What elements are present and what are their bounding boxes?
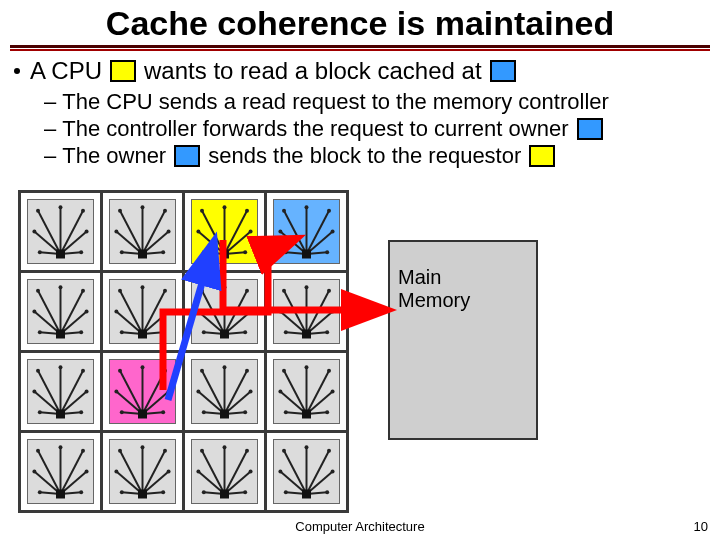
svg-point-163 [243, 410, 247, 414]
svg-point-193 [79, 490, 83, 494]
svg-point-65 [81, 289, 85, 293]
svg-line-182 [38, 451, 61, 494]
svg-point-11 [38, 250, 42, 254]
svg-point-238 [325, 490, 329, 494]
svg-line-47 [284, 211, 307, 254]
svg-point-54 [331, 230, 335, 234]
grid-cell-pink [102, 352, 184, 432]
svg-point-131 [38, 410, 42, 414]
svg-point-91 [223, 285, 227, 289]
svg-point-230 [327, 449, 331, 453]
svg-point-1 [59, 205, 63, 209]
svg-point-221 [202, 490, 206, 494]
svg-point-168 [282, 369, 286, 373]
svg-point-7 [32, 230, 36, 234]
svg-line-2 [38, 211, 61, 254]
title-underline [10, 45, 710, 49]
footer-label: Computer Architecture [0, 519, 720, 534]
sub-text-3a: The owner [62, 143, 166, 169]
svg-point-232 [278, 470, 282, 474]
svg-point-142 [114, 390, 118, 394]
svg-point-144 [167, 390, 171, 394]
svg-point-196 [141, 445, 145, 449]
svg-point-88 [161, 330, 165, 334]
svg-point-219 [249, 470, 253, 474]
svg-point-69 [85, 310, 89, 314]
svg-point-155 [245, 369, 249, 373]
sub-bullet-list: – The CPU sends a read request to the me… [44, 89, 720, 169]
svg-point-198 [118, 449, 122, 453]
svg-rect-164 [220, 410, 229, 419]
svg-rect-224 [220, 490, 229, 499]
svg-point-187 [32, 470, 36, 474]
page-number: 10 [694, 519, 708, 534]
owner-chip-blue2-icon [174, 145, 200, 167]
svg-point-78 [118, 289, 122, 293]
svg-point-191 [38, 490, 42, 494]
svg-point-63 [36, 289, 40, 293]
svg-point-56 [284, 250, 288, 254]
sub-bullet-2: – The controller forwards the request to… [44, 116, 720, 142]
cpu-chip-blue-icon [490, 60, 516, 82]
grid-cell-3-2 [184, 432, 266, 512]
svg-line-79 [143, 291, 166, 334]
main-bullet: A CPU wants to read a block cached at [10, 57, 720, 85]
svg-rect-119 [302, 330, 311, 339]
svg-rect-104 [220, 330, 229, 339]
svg-point-148 [161, 410, 165, 414]
svg-point-24 [167, 230, 171, 234]
svg-rect-59 [302, 250, 311, 259]
svg-point-211 [223, 445, 227, 449]
svg-point-46 [305, 205, 309, 209]
svg-point-76 [141, 285, 145, 289]
svg-line-19 [143, 211, 166, 254]
svg-line-94 [225, 291, 248, 334]
svg-point-174 [331, 390, 335, 394]
svg-point-153 [200, 369, 204, 373]
svg-point-20 [163, 209, 167, 213]
svg-line-64 [61, 291, 84, 334]
svg-point-213 [200, 449, 204, 453]
svg-rect-29 [138, 250, 147, 259]
svg-line-197 [120, 451, 143, 494]
grid-cell-2-3 [266, 352, 348, 432]
svg-line-214 [225, 451, 248, 494]
svg-point-97 [196, 310, 200, 314]
svg-point-234 [331, 470, 335, 474]
svg-point-208 [161, 490, 165, 494]
grid-cell-2-0 [20, 352, 102, 432]
svg-rect-209 [138, 490, 147, 499]
svg-point-71 [38, 330, 42, 334]
svg-rect-44 [220, 250, 229, 259]
svg-line-152 [202, 371, 225, 414]
svg-point-125 [81, 369, 85, 373]
svg-point-52 [278, 230, 282, 234]
svg-point-84 [167, 310, 171, 314]
svg-point-86 [120, 330, 124, 334]
svg-line-137 [120, 371, 143, 414]
svg-point-95 [245, 289, 249, 293]
svg-line-109 [307, 291, 330, 334]
svg-point-110 [327, 289, 331, 293]
svg-line-62 [38, 291, 61, 334]
sub-text-2: The controller forwards the request to c… [62, 116, 568, 142]
svg-point-114 [331, 310, 335, 314]
svg-point-9 [85, 230, 89, 234]
svg-rect-14 [56, 250, 65, 259]
svg-point-185 [81, 449, 85, 453]
grid-cell-3-0 [20, 432, 102, 512]
svg-point-223 [243, 490, 247, 494]
svg-point-99 [249, 310, 253, 314]
svg-point-5 [81, 209, 85, 213]
svg-point-3 [36, 209, 40, 213]
svg-point-183 [36, 449, 40, 453]
svg-line-92 [202, 291, 225, 334]
svg-point-80 [163, 289, 167, 293]
svg-point-166 [305, 365, 309, 369]
svg-point-202 [114, 470, 118, 474]
svg-point-41 [202, 250, 206, 254]
svg-point-215 [245, 449, 249, 453]
svg-line-169 [307, 371, 330, 414]
grid-cell-2-2 [184, 352, 266, 432]
bullet-dot-icon [14, 68, 20, 74]
